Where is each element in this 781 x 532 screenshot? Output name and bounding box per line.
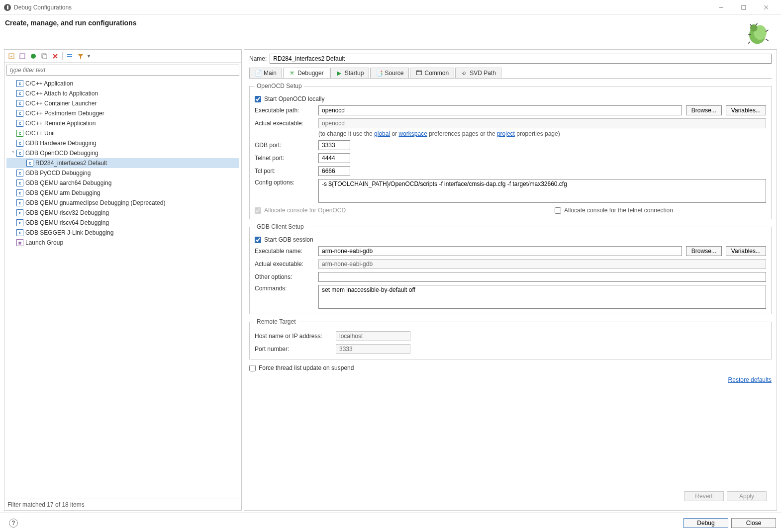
tab-svd-path[interactable]: ꩜SVD Path — [455, 68, 501, 78]
gdb-commands-textarea[interactable] — [318, 285, 766, 309]
tree-item-label: GDB Hardware Debugging — [25, 140, 97, 147]
remote-port-input — [336, 344, 410, 354]
filter-button[interactable] — [76, 51, 86, 61]
restore-defaults-link[interactable]: Restore defaults — [249, 376, 772, 383]
gdb-port-label: GDB port: — [255, 142, 314, 149]
export-button[interactable] — [28, 51, 38, 61]
delete-button[interactable] — [50, 51, 60, 61]
svg-rect-15 — [20, 54, 25, 59]
remote-target-group: Remote Target Host name or IP address: P… — [249, 318, 772, 359]
tab-common[interactable]: 🗔Common — [410, 68, 454, 78]
bug-icon: ✳ — [289, 70, 295, 77]
dialog-footer: ? Debug Close — [0, 513, 781, 532]
remote-host-label: Host name or IP address: — [255, 333, 332, 340]
tree-item[interactable]: cC/C++ Postmortem Debugger — [6, 108, 239, 118]
tree-item[interactable]: cGDB QEMU aarch64 Debugging — [6, 178, 239, 188]
tree-item[interactable]: ▣Launch Group — [6, 238, 239, 248]
help-button[interactable]: ? — [9, 519, 18, 528]
tree-item[interactable]: cC/C++ Remote Application — [6, 118, 239, 128]
file-icon: 📄 — [255, 70, 262, 77]
tree-item[interactable]: cGDB QEMU arm Debugging — [6, 188, 239, 198]
config-type-icon: c — [16, 229, 23, 236]
config-name-input[interactable] — [270, 54, 772, 64]
gdb-actual-exec-label: Actual executable: — [255, 261, 314, 267]
telnet-port-label: Telnet port: — [255, 155, 314, 162]
source-icon: 📑 — [376, 70, 383, 77]
gdb-other-options-input[interactable] — [318, 272, 766, 282]
tree-item-label: C/C++ Attach to Application — [25, 90, 98, 97]
force-thread-update-checkbox[interactable] — [249, 365, 256, 371]
window-maximize-button[interactable] — [732, 0, 755, 15]
tree-item[interactable]: cC/C++ Container Launcher — [6, 98, 239, 108]
tab-debugger[interactable]: ✳Debugger — [283, 68, 329, 78]
config-type-icon: c — [16, 189, 23, 196]
svg-rect-21 — [67, 54, 72, 55]
tree-item[interactable]: cGDB PyOCD Debugging — [6, 168, 239, 178]
start-gdb-session-label: Start GDB session — [264, 236, 313, 243]
filter-status-bar: Filter matched 17 of 18 items — [4, 499, 241, 510]
start-openocd-locally-checkbox[interactable] — [255, 96, 261, 102]
svg-rect-18 — [43, 55, 47, 59]
close-button[interactable]: Close — [731, 518, 776, 528]
tcl-port-input[interactable] — [318, 166, 350, 176]
duplicate-button[interactable] — [39, 51, 49, 61]
new-prototype-button[interactable] — [17, 51, 27, 61]
config-options-textarea[interactable] — [318, 179, 766, 203]
tree-item[interactable]: cC/C++ Unit — [6, 128, 239, 138]
window-title: Debug Configurations — [14, 4, 72, 11]
debug-button[interactable]: Debug — [683, 518, 728, 528]
tree-item-label: GDB SEGGER J-Link Debugging — [25, 229, 113, 236]
telnet-port-input[interactable] — [318, 153, 350, 163]
configurations-panel: + ▼ cC/C++ ApplicationcC/C++ Attach to A… — [4, 49, 242, 511]
remote-target-legend: Remote Target — [255, 318, 298, 325]
allocate-openocd-console-checkbox — [255, 207, 261, 214]
tab-source[interactable]: 📑Source — [370, 68, 409, 78]
tree-item[interactable]: cGDB Hardware Debugging — [6, 138, 239, 148]
tree-item-label: GDB OpenOCD Debugging — [25, 150, 98, 157]
project-props-link[interactable]: project — [497, 130, 515, 137]
openocd-exec-variables-button[interactable]: Variables... — [726, 105, 766, 115]
config-type-icon: c — [16, 130, 23, 137]
workspace-prefs-link[interactable]: workspace — [398, 130, 427, 137]
remote-port-label: Port number: — [255, 346, 332, 353]
config-type-icon: c — [16, 150, 23, 157]
tree-item[interactable]: cGDB QEMU riscv32 Debugging — [6, 208, 239, 218]
gdb-exec-browse-button[interactable]: Browse... — [686, 246, 722, 256]
tab-startup[interactable]: ▶Startup — [330, 68, 370, 78]
openocd-exec-path-input[interactable] — [318, 105, 682, 115]
name-label: Name: — [249, 55, 267, 62]
gdb-exec-name-input[interactable] — [318, 246, 682, 256]
gdb-port-input[interactable] — [318, 140, 350, 150]
tree-item[interactable]: cGDB QEMU riscv64 Debugging — [6, 218, 239, 228]
new-config-button[interactable]: + — [6, 51, 16, 61]
tree-item[interactable]: cGDB SEGGER J-Link Debugging — [6, 228, 239, 238]
start-openocd-locally-label: Start OpenOCD locally — [264, 95, 324, 102]
tree-item[interactable]: ˅cGDB OpenOCD Debugging — [6, 148, 239, 158]
config-type-icon: c — [16, 110, 23, 117]
svg-text:+: + — [10, 54, 12, 59]
filter-input[interactable] — [6, 65, 239, 76]
tree-item[interactable]: cC/C++ Attach to Application — [6, 89, 239, 98]
tree-item[interactable]: cGDB QEMU gnuarmeclipse Debugging (Depre… — [6, 198, 239, 208]
configurations-tree[interactable]: cC/C++ ApplicationcC/C++ Attach to Appli… — [4, 78, 241, 499]
tree-item-label: C/C++ Postmortem Debugger — [25, 110, 104, 117]
collapse-all-button[interactable] — [65, 51, 75, 61]
svg-line-7 — [750, 24, 752, 26]
gdb-exec-variables-button[interactable]: Variables... — [726, 246, 766, 256]
tree-item-label: GDB PyOCD Debugging — [25, 170, 91, 177]
tree-item-label: C/C++ Application — [25, 80, 73, 87]
global-prefs-link[interactable]: global — [374, 130, 390, 137]
config-options-label: Config options: — [255, 179, 314, 186]
start-gdb-session-checkbox[interactable] — [255, 237, 261, 243]
config-tabs: 📄Main ✳Debugger ▶Startup 📑Source 🗔Common… — [249, 68, 772, 79]
openocd-legend: OpenOCD Setup — [255, 83, 304, 89]
allocate-telnet-console-checkbox[interactable] — [555, 207, 561, 214]
window-close-button[interactable] — [755, 0, 777, 15]
tree-item-child[interactable]: cRD284_interfaces2 Default — [6, 158, 239, 168]
tree-item[interactable]: cC/C++ Application — [6, 79, 239, 89]
tab-main[interactable]: 📄Main — [249, 68, 282, 78]
eclipse-app-icon — [4, 4, 11, 11]
openocd-exec-browse-button[interactable]: Browse... — [686, 105, 722, 115]
window-minimize-button[interactable] — [710, 0, 732, 15]
dropdown-arrow-icon[interactable]: ▼ — [87, 54, 91, 59]
